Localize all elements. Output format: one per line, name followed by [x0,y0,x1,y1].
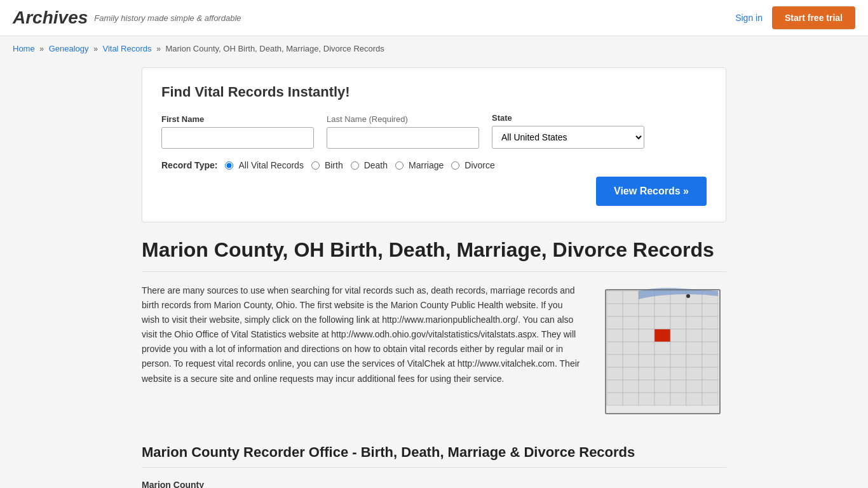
radio-birth[interactable] [311,161,320,170]
svg-rect-20 [686,316,702,329]
state-select[interactable]: All United StatesAlabamaAlaskaArizonaArk… [492,126,644,149]
breadcrumb-sep-3: » [156,44,161,53]
record-type-birth[interactable]: Birth [311,160,343,170]
main-content: Find Vital Records Instantly! First Name… [129,61,739,488]
state-group: State All United StatesAlabamaAlaskaAriz… [492,113,644,149]
office-name: Marion County [142,480,204,488]
content-section: There are many sources to use when searc… [142,283,726,425]
record-type-all[interactable]: All Vital Records [225,160,303,170]
radio-death[interactable] [351,161,359,170]
ohio-svg [599,283,726,423]
recorder-title: Marion County Recorder Office - Birth, D… [142,444,726,468]
label-death: Death [364,160,388,170]
last-name-group: Last Name (Required) [327,114,479,149]
svg-rect-22 [607,329,623,342]
svg-rect-43 [607,367,623,380]
svg-rect-19 [670,316,686,329]
svg-rect-9 [623,304,639,316]
svg-rect-47 [670,367,686,380]
svg-rect-31 [639,342,654,355]
svg-rect-30 [623,342,639,355]
svg-rect-34 [686,342,702,355]
svg-rect-37 [623,355,639,367]
svg-rect-28 [702,329,718,342]
search-box: Find Vital Records Instantly! First Name… [142,67,726,222]
header-right: Sign in Start free trial [735,6,855,29]
svg-rect-42 [702,355,718,367]
search-fields: First Name Last Name (Required) State Al… [161,113,707,149]
svg-rect-60 [654,393,670,405]
record-type-death[interactable]: Death [351,160,388,170]
breadcrumb-genealogy[interactable]: Genealogy [49,44,89,53]
header: Archives Family history made simple & af… [0,0,868,36]
record-type-marriage[interactable]: Marriage [395,160,444,170]
svg-rect-50 [607,380,623,393]
svg-rect-27 [686,329,702,342]
first-name-label: First Name [161,114,314,124]
header-left: Archives Family history made simple & af… [13,8,241,28]
start-trial-button[interactable]: Start free trial [772,6,855,29]
svg-rect-59 [639,393,654,405]
svg-rect-46 [654,367,670,380]
svg-rect-15 [607,316,623,329]
record-type-row: Record Type: All Vital Records Birth Dea… [161,160,707,170]
breadcrumb-sep-1: » [39,44,44,53]
label-marriage: Marriage [409,160,444,170]
svg-rect-56 [702,380,718,393]
radio-all-vital[interactable] [225,161,233,170]
site-tagline: Family history made simple & affordable [94,13,241,23]
svg-rect-26 [670,329,686,342]
svg-rect-29 [607,342,623,355]
radio-divorce[interactable] [451,161,459,170]
page-title: Marion County, OH Birth, Death, Marriage… [142,238,726,272]
svg-rect-2 [623,291,639,304]
svg-rect-33 [670,342,686,355]
ohio-counties [606,288,720,414]
svg-rect-57 [607,393,623,405]
svg-rect-55 [686,380,702,393]
last-name-label: Last Name (Required) [327,114,479,124]
ohio-map [599,283,726,425]
svg-rect-52 [639,380,654,393]
label-divorce: Divorce [465,160,494,170]
svg-rect-38 [639,355,654,367]
record-type-label: Record Type: [161,160,217,170]
svg-rect-41 [686,355,702,367]
breadcrumb-vital-records[interactable]: Vital Records [102,44,151,53]
svg-rect-1 [607,291,623,304]
recorder-section: Marion County Recorder Office - Birth, D… [142,444,726,488]
svg-rect-11 [654,304,670,316]
svg-rect-24 [639,329,654,342]
first-name-input[interactable] [161,127,314,149]
svg-rect-53 [654,380,670,393]
svg-rect-13 [686,304,702,316]
breadcrumb-home[interactable]: Home [13,44,35,53]
record-type-divorce[interactable]: Divorce [451,160,494,170]
svg-rect-63 [702,393,718,405]
body-paragraph: There are many sources to use when searc… [142,283,580,386]
svg-rect-35 [702,342,718,355]
radio-marriage[interactable] [395,161,403,170]
svg-rect-8 [607,304,623,316]
first-name-group: First Name [161,114,314,149]
site-logo: Archives [13,8,88,28]
svg-rect-21 [702,316,718,329]
breadcrumb-current: Marion County, OH Birth, Death, Marriage… [165,44,384,53]
svg-rect-62 [686,393,702,405]
view-records-button[interactable]: View Records » [596,177,707,206]
svg-rect-44 [623,367,639,380]
svg-rect-54 [670,380,686,393]
sign-in-link[interactable]: Sign in [735,13,763,23]
svg-rect-49 [702,367,718,380]
last-name-input[interactable] [327,127,479,149]
state-label: State [492,113,644,123]
svg-rect-61 [670,393,686,405]
svg-rect-48 [686,367,702,380]
svg-rect-36 [607,355,623,367]
label-all-vital: All Vital Records [238,160,303,170]
svg-rect-40 [670,355,686,367]
svg-rect-16 [623,316,639,329]
svg-rect-58 [623,393,639,405]
search-title: Find Vital Records Instantly! [161,84,707,100]
content-text: There are many sources to use when searc… [142,283,580,425]
